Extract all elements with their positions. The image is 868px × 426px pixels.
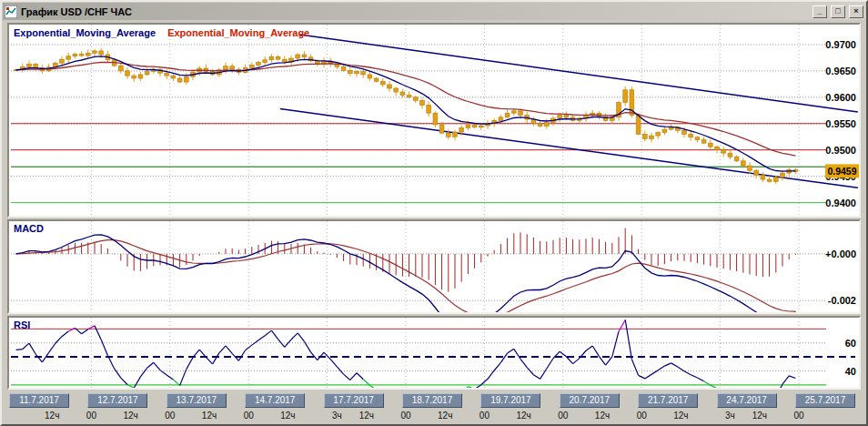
chart-window: График USD /CHF ЧАС _ □ × 0.97000.96500.… [0, 0, 868, 426]
macd-histogram-layer [16, 228, 796, 292]
time-label: 00 [400, 411, 410, 421]
rsi-line [16, 320, 796, 388]
date-label: 24.7.2017 [717, 393, 777, 408]
main-chart-svg[interactable]: 0.97000.96500.96000.95500.95000.94500.94… [9, 25, 859, 216]
chart-content: 0.97000.96500.96000.95500.95000.94500.94… [2, 20, 866, 425]
date-label: 11.7.2017 [9, 393, 69, 408]
grid-layer [11, 221, 826, 312]
date-label: 17.7.2017 [324, 393, 384, 408]
date-axis: 11.7.201712.7.201713.7.201714.7.201717.7… [7, 392, 861, 425]
time-label: 00 [165, 411, 175, 421]
time-label: 12ч [202, 411, 217, 421]
current-price-value: 0.9459 [827, 166, 856, 177]
macd-panel: +0.000-0.002 MACD [7, 219, 861, 314]
rsi-chart-svg[interactable]: 6040 [9, 318, 859, 388]
title-bar[interactable]: График USD /CHF ЧАС _ □ × [3, 3, 865, 20]
indicator-legend: Exponential_Moving_Average Exponential_M… [14, 27, 318, 38]
time-label: 12ч [595, 411, 610, 421]
ema-fast-line [16, 56, 796, 171]
price-tick-label: 0.9550 [825, 118, 856, 129]
macd-tick-label: -0.002 [828, 295, 856, 306]
time-label: 3ч [725, 411, 735, 421]
time-label: 12ч [752, 411, 767, 421]
grid-layer [11, 25, 826, 216]
grid-layer [11, 318, 826, 388]
price-tick-label: 0.9650 [825, 66, 856, 76]
time-label: 00 [86, 411, 96, 421]
time-label: 00 [244, 411, 254, 421]
macd-main-line [16, 235, 796, 312]
time-label: 12ч [45, 411, 59, 421]
macd-label: MACD [14, 223, 44, 234]
time-label: 00 [793, 411, 803, 421]
window-title: График USD /CHF ЧАС [21, 6, 809, 17]
minimize-button[interactable]: _ [812, 5, 827, 18]
trendlines-layer [280, 35, 858, 188]
time-label: 00 [637, 411, 647, 421]
rsi-tick-label: 60 [845, 338, 856, 349]
time-label: 12ч [359, 411, 374, 421]
date-label: 20.7.2017 [560, 393, 620, 408]
time-label: 12ч [438, 411, 452, 421]
rsi-tick-label: 40 [845, 366, 856, 377]
time-label: 12ч [123, 411, 137, 421]
price-panel: 0.97000.96500.96000.95500.95000.94500.94… [7, 23, 861, 218]
rsi-label: RSI [14, 320, 30, 330]
date-label: 19.7.2017 [480, 393, 540, 408]
ema-legend-2: Exponential_Moving_Average [167, 27, 309, 38]
time-label: 00 [479, 411, 490, 421]
macd-tick-label: +0.000 [825, 248, 856, 259]
rsi-panel: 6040 RSI [7, 316, 861, 390]
price-tick-label: 0.9700 [825, 39, 856, 50]
time-label: 12ч [516, 411, 530, 421]
time-label: 12ч [673, 411, 688, 421]
maximize-button[interactable]: □ [831, 5, 845, 18]
date-label: 21.7.2017 [638, 393, 698, 408]
date-label: 25.7.2017 [795, 393, 855, 408]
date-label: 14.7.2017 [245, 393, 305, 408]
time-label: 12ч [280, 411, 295, 421]
date-label: 18.7.2017 [402, 393, 462, 408]
app-icon [5, 5, 17, 18]
time-label: 00 [558, 411, 568, 421]
time-label: 3ч [332, 411, 342, 421]
price-tick-label: 0.9600 [825, 92, 856, 103]
ema-legend-1: Exponential_Moving_Average [14, 27, 156, 38]
date-label: 12.7.2017 [87, 393, 147, 408]
close-button[interactable]: × [849, 5, 863, 18]
macd-chart-svg[interactable]: +0.000-0.002 [9, 221, 859, 312]
price-tick-label: 0.9400 [825, 198, 856, 208]
price-tick-label: 0.9500 [825, 145, 856, 156]
date-label: 13.7.2017 [167, 393, 227, 408]
